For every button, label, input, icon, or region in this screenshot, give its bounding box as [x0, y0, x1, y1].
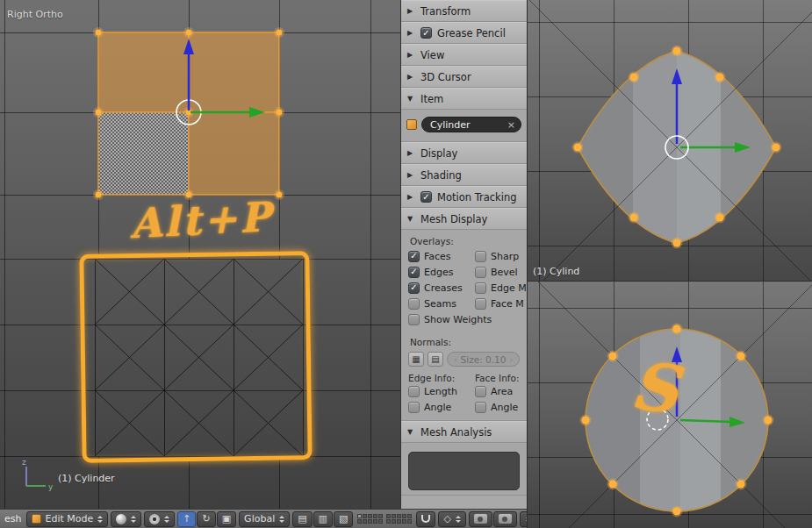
length-checkbox[interactable]: ✓ [408, 386, 420, 397]
dropdown-arrows-icon [131, 516, 136, 523]
properties-region: ▶ Transform ▶ ✓ Grease Pencil ▶ View ▶ 3… [400, 0, 527, 509]
mini-axis-gizmo: z y [12, 460, 56, 500]
rotate-icon: ↻ [202, 514, 210, 524]
panel-label: Item [420, 93, 443, 105]
panel-3d-cursor[interactable]: ▶ 3D Cursor [401, 66, 527, 88]
object-name-field[interactable]: Cylinder × [421, 117, 521, 132]
sharp-checkbox[interactable]: ✓ [475, 251, 486, 262]
mesh-menu[interactable]: esh [2, 513, 24, 524]
orientation-label: Global [244, 513, 275, 524]
mode-selector[interactable]: Edit Mode [26, 511, 108, 527]
motion-tracking-checkbox[interactable]: ✓ [420, 191, 432, 203]
tool-2-icon: ▥ [319, 514, 327, 524]
viewport-left[interactable]: Right Ortho Alt+P z y (1) Cylinder [0, 0, 400, 509]
edge-angle-checkbox[interactable]: ✓ [408, 402, 420, 413]
translate-icon: ↑ [183, 514, 190, 524]
expand-arrow-icon: ▶ [407, 73, 415, 81]
expand-arrow-icon: ▼ [407, 428, 415, 436]
viewport-top-right-canvas [528, 0, 812, 281]
creases-checkbox[interactable]: ✓ [408, 282, 420, 294]
viewport-shading-selector[interactable] [111, 511, 141, 527]
pivot-point-selector[interactable] [144, 511, 175, 527]
slider-left-icon: ‹ [454, 355, 457, 364]
seams-checkbox[interactable]: ✓ [408, 298, 420, 310]
expand-arrow-icon: ▼ [407, 215, 415, 223]
snap-target-selector[interactable]: ◇ [438, 511, 465, 527]
viewport-header-bar: esh Edit Mode ↑ ↻ ▣ Global [0, 509, 527, 528]
show-weights-checkbox[interactable]: ✓ [408, 314, 420, 325]
panel-transform[interactable]: ▶ Transform [401, 0, 527, 22]
panel-label: 3D Cursor [420, 71, 471, 83]
layers-grid-right[interactable] [386, 514, 412, 524]
expand-arrow-icon: ▶ [407, 193, 415, 201]
view-name-label: Right Ortho [7, 9, 63, 20]
opengl-render-button[interactable] [469, 511, 492, 527]
bevel-checkbox[interactable]: ✓ [475, 267, 486, 278]
normals-size-slider[interactable]: ‹ Size: 0.10 › [447, 352, 520, 367]
scale-icon: ▣ [222, 514, 231, 524]
panel-grease-pencil[interactable]: ▶ ✓ Grease Pencil [401, 22, 527, 44]
panel-label: Display [420, 147, 457, 160]
panel-label: Mesh Analysis [420, 426, 492, 439]
snap-toggle[interactable] [416, 511, 435, 527]
panel-view[interactable]: ▶ View [401, 44, 527, 66]
pivot-point-icon [149, 514, 160, 524]
panel-label: Mesh Display [420, 213, 487, 225]
expand-arrow-icon: ▶ [407, 7, 415, 15]
layers-widget[interactable] [356, 514, 413, 524]
axis-y-label: y [48, 482, 54, 491]
edit-mode-icon [32, 514, 41, 524]
clear-name-icon[interactable]: × [507, 119, 515, 131]
dropdown-arrows-icon [279, 516, 284, 523]
panel-item[interactable]: ▼ Item [401, 88, 527, 110]
rotate-manipulator-toggle[interactable]: ↻ [197, 511, 215, 527]
face-normals-toggle[interactable]: ▦ [408, 352, 424, 367]
panel-label: Transform [420, 5, 471, 18]
translate-manipulator-toggle[interactable]: ↑ [177, 511, 196, 527]
panel-motion-tracking[interactable]: ▶ ✓ Motion Tracking [401, 186, 527, 208]
axis-z-label: z [22, 460, 26, 467]
tool-button-2[interactable]: ▥ [313, 511, 333, 527]
mesh-data-icon [406, 119, 417, 130]
panel-label: Shading [420, 169, 462, 182]
face-angle-checkbox[interactable]: ✓ [475, 402, 486, 413]
render-camera-anim-icon [499, 514, 512, 524]
item-panel-body: Cylinder × [401, 110, 527, 142]
opengl-render-anim-button[interactable] [493, 511, 517, 527]
grease-pencil-checkbox[interactable]: ✓ [420, 27, 432, 39]
layers-grid-left[interactable] [357, 514, 383, 524]
tool-3-icon: ▧ [339, 514, 348, 524]
dropdown-arrows-icon [164, 516, 169, 523]
panel-shading[interactable]: ▶ Shading [401, 164, 527, 186]
faces-checkbox[interactable]: ✓ [408, 251, 420, 262]
edges-checkbox[interactable]: ✓ [408, 267, 420, 278]
blender-window: Right Ortho Alt+P z y (1) Cylinder ▶ Tra… [0, 0, 812, 528]
orientation-selector[interactable]: Global [239, 511, 290, 527]
face-info-label: Face Info: [475, 373, 520, 383]
tool-button-3[interactable]: ▧ [334, 511, 353, 527]
panel-mesh-analysis[interactable]: ▼ Mesh Analysis [401, 421, 527, 443]
panel-label: View [420, 49, 444, 61]
edge-marks-checkbox[interactable]: ✓ [475, 282, 486, 294]
area-checkbox[interactable]: ✓ [475, 386, 486, 397]
panel-display[interactable]: ▶ Display [401, 142, 527, 164]
slider-right-icon: › [509, 355, 513, 364]
dropdown-arrows-icon [456, 516, 461, 523]
viewport-top-right[interactable]: (1) Cylind [527, 0, 812, 281]
face-marks-checkbox[interactable]: ✓ [475, 298, 486, 310]
render-camera-icon [474, 514, 487, 524]
normals-size-value: Size: 0.10 [461, 354, 507, 365]
object-info-text: (1) Cylind [533, 266, 579, 277]
overlays-label: Overlays: [401, 233, 527, 248]
dropdown-arrows-icon [526, 516, 527, 523]
annotation-rectangle [79, 251, 312, 463]
mesh-analysis-widget[interactable] [408, 452, 520, 490]
tool-button-1[interactable]: ▤ [292, 511, 312, 527]
vertex-normals-toggle[interactable]: ▤ [428, 352, 443, 367]
panel-mesh-display[interactable]: ▼ Mesh Display [401, 208, 527, 230]
render-options-selector[interactable] [520, 511, 527, 527]
expand-arrow-icon: ▶ [407, 51, 415, 59]
viewport-bottom-right[interactable]: S [527, 281, 812, 528]
scale-manipulator-toggle[interactable]: ▣ [217, 511, 236, 527]
active-face [98, 112, 189, 195]
